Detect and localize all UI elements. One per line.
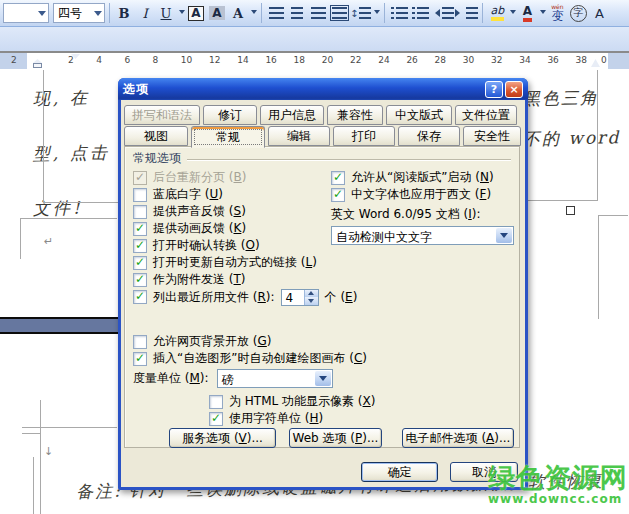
- decrease-indent-button[interactable]: [431, 3, 454, 24]
- highlight-button[interactable]: ab: [487, 3, 507, 24]
- checkbox[interactable]: [133, 256, 147, 270]
- character-border-button[interactable]: A: [186, 3, 206, 24]
- dialog-tab[interactable]: 用户信息: [260, 105, 324, 125]
- dialog-tab[interactable]: 编辑: [268, 126, 330, 146]
- dialog-tab[interactable]: 打印: [333, 126, 395, 146]
- checkbox-option[interactable]: 插入“自选图形”时自动创建绘图画布 (C): [133, 350, 367, 367]
- checkbox-option[interactable]: 后台重新分页 (B): [133, 169, 357, 186]
- service-options-button[interactable]: 服务选项 (V)...: [169, 428, 276, 448]
- dialog-tab[interactable]: 修订: [203, 105, 257, 125]
- checkbox-option[interactable]: 提供动画反馈 (K): [133, 220, 357, 237]
- chevron-down-icon[interactable]: [540, 10, 546, 17]
- watermark: 绿色资源网 www.downcc.com: [488, 464, 628, 505]
- checkbox-option[interactable]: 打开时更新自动方式的链接 (L): [133, 254, 357, 271]
- checkbox[interactable]: [209, 395, 223, 409]
- chevron-down-icon[interactable]: [179, 10, 185, 17]
- partial-toolbar-button[interactable]: A: [589, 3, 609, 24]
- bullets-button[interactable]: [410, 3, 430, 24]
- italic-button[interactable]: I: [135, 3, 155, 24]
- textbox-border[interactable]: [20, 218, 117, 219]
- dialog-titlebar[interactable]: 选项 ? ×: [118, 78, 528, 100]
- chevron-down-icon[interactable]: [374, 10, 380, 17]
- increase-indent-button[interactable]: [455, 3, 478, 24]
- chevron-down-icon[interactable]: [496, 228, 512, 243]
- font-color-icon: A: [523, 5, 532, 22]
- checkbox[interactable]: [133, 222, 147, 236]
- textbox-border[interactable]: [43, 70, 44, 202]
- checkbox[interactable]: [331, 188, 345, 202]
- checkbox-option[interactable]: 使用字符单位 (H): [209, 410, 375, 427]
- phonetic-guide-button[interactable]: wén 变: [547, 3, 567, 24]
- checkbox-option[interactable]: 中文字体也应用于西文 (F): [331, 186, 514, 203]
- underline-button[interactable]: U: [156, 3, 176, 24]
- chevron-down-icon[interactable]: [251, 10, 257, 17]
- close-button[interactable]: ×: [505, 81, 523, 98]
- web-options-button[interactable]: Web 选项 (P)...: [289, 428, 382, 448]
- chevron-down-icon[interactable]: [38, 11, 46, 20]
- checkbox-option[interactable]: 允许网页背景开放 (G): [133, 333, 367, 350]
- checkbox[interactable]: [133, 352, 147, 366]
- dialog-tab[interactable]: 保存: [398, 126, 460, 146]
- align-center-button[interactable]: [287, 3, 307, 24]
- textbox-border[interactable]: [43, 202, 118, 203]
- textbox-border[interactable]: [597, 70, 598, 201]
- font-color-button[interactable]: A: [517, 3, 537, 24]
- checkbox-option[interactable]: 作为附件发送 (T): [133, 271, 357, 288]
- language-detect-dropdown[interactable]: 自动检测中文文字: [331, 226, 514, 245]
- checkbox[interactable]: [133, 239, 147, 253]
- checkbox-option[interactable]: 蓝底白字 (U): [133, 186, 357, 203]
- bold-button[interactable]: B: [114, 3, 134, 24]
- textbox-border[interactable]: [598, 215, 599, 319]
- help-button[interactable]: ?: [485, 81, 503, 98]
- checkbox[interactable]: [209, 412, 223, 426]
- dialog-tab[interactable]: 拼写和语法: [124, 105, 200, 125]
- dialog-tab[interactable]: 中文版式: [386, 105, 452, 125]
- checkbox-option[interactable]: 提供声音反馈 (S): [133, 203, 357, 220]
- font-name-combo[interactable]: [3, 3, 49, 23]
- checkbox[interactable]: [331, 171, 345, 185]
- dialog-tab[interactable]: 安全性: [463, 126, 521, 146]
- numbering-button[interactable]: [389, 3, 409, 24]
- dialog-tab[interactable]: 常规: [191, 126, 265, 148]
- distribute-button[interactable]: [329, 3, 349, 24]
- checkbox-option[interactable]: 打开时确认转换 (O): [133, 237, 357, 254]
- chevron-down-icon[interactable]: [510, 10, 516, 17]
- checkbox[interactable]: [133, 205, 147, 219]
- chevron-down-icon[interactable]: [94, 11, 102, 20]
- dialog-tab[interactable]: 文件位置: [455, 105, 517, 125]
- checkbox[interactable]: [133, 335, 147, 349]
- checkbox[interactable]: [133, 188, 147, 202]
- align-left-button[interactable]: [266, 3, 286, 24]
- measure-unit-dropdown[interactable]: 磅: [217, 369, 333, 388]
- chevron-down-icon[interactable]: [315, 371, 331, 386]
- textbox-border[interactable]: [525, 200, 598, 201]
- character-scaling-button[interactable]: A: [228, 3, 248, 24]
- line-spacing-button[interactable]: ↕: [350, 3, 371, 24]
- watermark-subtext: www.downcc.com: [488, 493, 628, 505]
- textbox-border[interactable]: [598, 215, 628, 216]
- spinner-up-button[interactable]: [304, 290, 318, 298]
- recent-files-option[interactable]: 列出最近所用文件 (R): 4 个 (E): [133, 288, 357, 306]
- dialog-tab[interactable]: 兼容性: [327, 105, 383, 125]
- character-shading-button[interactable]: A: [207, 3, 227, 24]
- checkbox[interactable]: [133, 273, 147, 287]
- resize-handle[interactable]: [566, 206, 575, 215]
- font-size-combo[interactable]: 四号: [53, 3, 105, 23]
- dialog-tab[interactable]: 视图: [124, 126, 188, 146]
- recent-files-spinner[interactable]: 4: [281, 289, 319, 306]
- checkbox[interactable]: [133, 290, 147, 304]
- ruler-number: 2: [11, 55, 17, 65]
- ruler-number: 32: [491, 55, 502, 65]
- ruler-number: 22: [350, 55, 361, 65]
- left-indent-marker[interactable]: [33, 63, 42, 68]
- align-right-button[interactable]: [308, 3, 328, 24]
- checkbox-option[interactable]: 允许从“阅读版式”启动 (N): [331, 169, 514, 186]
- email-options-button[interactable]: 电子邮件选项 (A)...: [402, 428, 514, 448]
- textbox-border[interactable]: [20, 218, 21, 259]
- enclose-characters-button[interactable]: 字: [568, 3, 588, 24]
- checkbox[interactable]: [133, 171, 147, 185]
- tab-label: 编辑: [287, 128, 311, 145]
- spinner-down-button[interactable]: [304, 297, 318, 305]
- checkbox-option[interactable]: 为 HTML 功能显示像素 (X): [209, 393, 375, 410]
- ok-button[interactable]: 确定: [361, 462, 438, 482]
